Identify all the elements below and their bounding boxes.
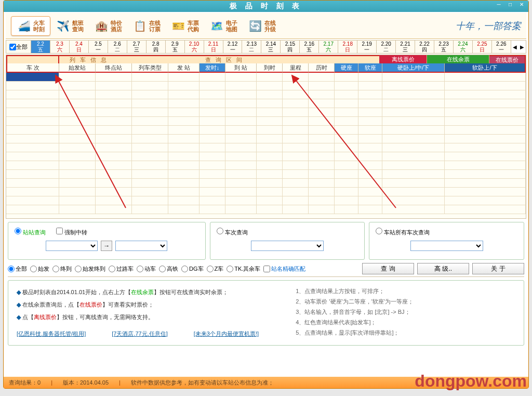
col-end-station[interactable]: 终点站 bbox=[96, 63, 132, 73]
col-depart-station[interactable]: 发 站 bbox=[168, 63, 200, 73]
toolbar-ticket-agent[interactable]: 🎫 车票 代购 bbox=[166, 17, 204, 35]
col-arrive-station[interactable]: 到 站 bbox=[225, 63, 257, 73]
all-dates-check[interactable] bbox=[9, 44, 16, 50]
date-cell[interactable]: 2.8四 bbox=[147, 41, 166, 53]
table-row[interactable] bbox=[6, 135, 526, 143]
filter-start[interactable]: 始发 bbox=[30, 265, 49, 273]
link-7days[interactable]: [7天酒店.77元,任意住] bbox=[112, 327, 168, 340]
filter-end[interactable]: 终到 bbox=[52, 265, 72, 273]
station-combo[interactable] bbox=[410, 241, 483, 251]
col-depart-time[interactable]: 发时↓ bbox=[200, 63, 225, 73]
from-station-combo[interactable] bbox=[46, 241, 98, 251]
col-hard-seat[interactable]: 硬座 bbox=[335, 63, 358, 73]
date-cell[interactable]: 2.20二 bbox=[377, 41, 396, 53]
minimize-icon[interactable]: ─ bbox=[494, 2, 503, 9]
filter-dg[interactable]: DG车 bbox=[181, 265, 204, 273]
table-row[interactable] bbox=[6, 82, 526, 90]
date-cell[interactable]: 2.13二 bbox=[242, 41, 261, 53]
table-row[interactable] bbox=[6, 179, 526, 188]
date-cell[interactable]: 2.26一 bbox=[492, 41, 511, 53]
table-row[interactable] bbox=[6, 117, 526, 126]
date-cell[interactable]: 2.14三 bbox=[261, 41, 281, 53]
filter-passing[interactable]: 过路车 bbox=[109, 265, 134, 273]
advanced-button[interactable]: 高 级.. bbox=[417, 263, 469, 274]
station-query-radio[interactable]: 站站查询 bbox=[15, 228, 46, 236]
filter-d[interactable]: 动车 bbox=[137, 265, 156, 273]
toolbar-online-booking[interactable]: 📋 在线 订票 bbox=[127, 17, 166, 35]
table-row[interactable] bbox=[6, 99, 526, 108]
toolbar-online-upgrade[interactable]: 🔄 在线 升级 bbox=[243, 17, 281, 35]
date-cell[interactable]: 2.11日 bbox=[204, 41, 223, 53]
col-distance[interactable]: 里程 bbox=[283, 63, 309, 73]
group-online-remain[interactable]: 在线余票 bbox=[427, 55, 489, 63]
toolbar-label: 电子 地图 bbox=[226, 20, 237, 32]
table-row[interactable] bbox=[6, 161, 526, 170]
toolbar-flight-query[interactable]: ✈️ 航班 查询 bbox=[50, 17, 89, 35]
col-soft-seat[interactable]: 软座 bbox=[358, 63, 382, 73]
col-duration[interactable]: 历时 bbox=[309, 63, 335, 73]
swap-stations-button[interactable]: → bbox=[101, 241, 112, 251]
force-transfer-check[interactable]: 强制中转 bbox=[56, 228, 87, 236]
station-all-radio[interactable]: 车站所有车次查询 bbox=[376, 228, 430, 236]
filter-g[interactable]: 高铁 bbox=[159, 265, 178, 273]
col-start-station[interactable]: 始发站 bbox=[59, 63, 96, 73]
date-cell[interactable]: 2.10六 bbox=[185, 41, 204, 53]
date-cell[interactable]: 2.19一 bbox=[357, 41, 377, 53]
table-row[interactable] bbox=[6, 196, 526, 205]
filter-tk[interactable]: TK.其余车 bbox=[227, 265, 260, 273]
date-cell[interactable]: 2.23五 bbox=[434, 41, 454, 53]
train-no-radio[interactable]: 车次查询 bbox=[217, 228, 248, 236]
col-arrive-time[interactable]: 到时 bbox=[257, 63, 283, 73]
date-cell[interactable]: 2.25日 bbox=[473, 41, 492, 53]
date-cell[interactable]: 2.15四 bbox=[281, 41, 300, 53]
to-station-combo[interactable] bbox=[115, 241, 167, 251]
date-cell[interactable]: 2.22四 bbox=[415, 41, 434, 53]
about-button[interactable]: 关 于 bbox=[472, 263, 524, 274]
toolbar-train-schedule[interactable]: 🚄 火车 时刻 bbox=[11, 16, 50, 36]
group-offline-price[interactable]: 离线票价 bbox=[379, 55, 427, 63]
maximize-icon[interactable]: □ bbox=[506, 2, 515, 9]
table-row[interactable] bbox=[6, 170, 526, 179]
date-cell[interactable]: 2.9五 bbox=[166, 41, 185, 53]
link-yien[interactable]: [亿恩科技.服务器托管/租用] bbox=[17, 327, 86, 340]
date-cell[interactable]: 2.21三 bbox=[396, 41, 415, 53]
table-row[interactable] bbox=[6, 90, 526, 99]
train-no-combo[interactable] bbox=[251, 241, 324, 251]
date-cell[interactable]: 2.16五 bbox=[300, 41, 319, 53]
filter-all[interactable]: 全部 bbox=[8, 265, 27, 273]
col-soft-sleeper[interactable]: 软卧上/下 bbox=[445, 63, 526, 73]
table-row[interactable] bbox=[6, 205, 526, 214]
results-grid[interactable] bbox=[6, 73, 526, 218]
date-cell[interactable]: 2.6二 bbox=[108, 41, 127, 53]
table-row[interactable] bbox=[6, 126, 526, 135]
date-cell[interactable]: 2.12一 bbox=[223, 41, 243, 53]
date-cell[interactable]: 2.3六 bbox=[50, 41, 70, 53]
col-hard-sleeper[interactable]: 硬卧上/中/下 bbox=[382, 63, 445, 73]
query-button[interactable]: 查 询 bbox=[362, 263, 414, 274]
group-online-price[interactable]: 在线票价 bbox=[489, 55, 526, 63]
table-row[interactable] bbox=[6, 73, 526, 82]
date-cell[interactable]: 2.24六 bbox=[454, 41, 473, 53]
filter-startend[interactable]: 始发终到 bbox=[75, 265, 105, 273]
col-train-no[interactable]: 车 次 bbox=[6, 63, 59, 73]
table-row[interactable] bbox=[6, 188, 526, 196]
table-row[interactable] bbox=[6, 143, 526, 152]
date-cell[interactable]: 2.7三 bbox=[127, 41, 147, 53]
date-cell[interactable]: 2.2五 bbox=[31, 41, 50, 53]
col-train-type[interactable]: 列车类型 bbox=[132, 63, 168, 73]
close-icon[interactable]: ✕ bbox=[517, 2, 526, 9]
date-all-checkbox[interactable]: 全部 bbox=[6, 41, 31, 53]
table-row[interactable] bbox=[6, 152, 526, 161]
date-cell[interactable]: 2.5一 bbox=[89, 41, 108, 53]
toolbar-special-hotel[interactable]: 🏨 特价 酒店 bbox=[89, 17, 127, 35]
date-cell[interactable]: 2.17六 bbox=[319, 41, 338, 53]
filter-z[interactable]: Z车 bbox=[207, 265, 224, 273]
table-row[interactable] bbox=[6, 108, 526, 117]
date-cell[interactable]: 2.18日 bbox=[338, 41, 357, 53]
toolbar-emap[interactable]: 🗺️ 电子 地图 bbox=[204, 17, 243, 35]
link-flights[interactable]: [未来3个月内最便宜机票!] bbox=[194, 327, 259, 340]
date-prev-button[interactable]: ◀ bbox=[511, 41, 518, 53]
date-cell[interactable]: 2.4日 bbox=[70, 41, 89, 53]
exact-match-check[interactable]: 站名精确匹配 bbox=[263, 265, 305, 273]
date-next-button[interactable]: ▶ bbox=[518, 41, 526, 53]
